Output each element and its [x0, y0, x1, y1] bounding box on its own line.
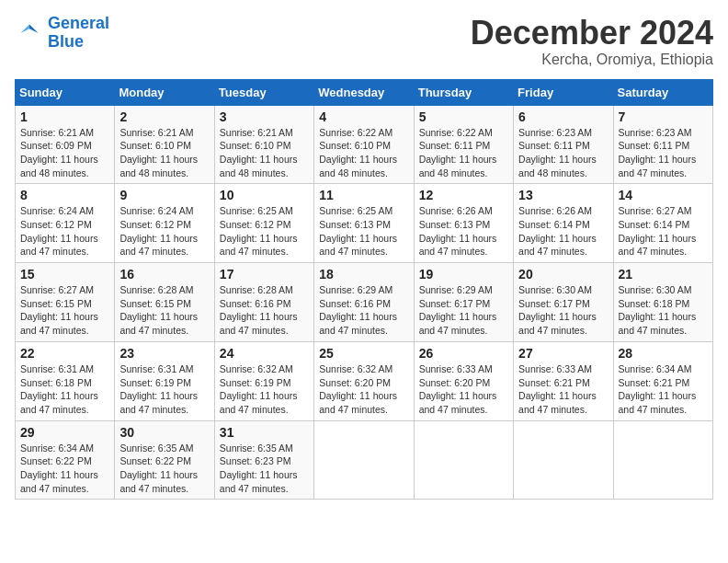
logo-text: General Blue — [48, 15, 109, 52]
day-number: 5 — [419, 109, 508, 124]
day-info: Sunrise: 6:34 AM Sunset: 6:21 PM Dayligh… — [619, 362, 708, 417]
day-cell: 29Sunrise: 6:34 AM Sunset: 6:22 PM Dayli… — [16, 420, 115, 500]
logo-blue: Blue — [48, 33, 109, 52]
day-info: Sunrise: 6:26 AM Sunset: 6:14 PM Dayligh… — [518, 204, 608, 259]
day-cell: 6Sunrise: 6:23 AM Sunset: 6:11 PM Daylig… — [514, 105, 613, 184]
day-cell: 7Sunrise: 6:23 AM Sunset: 6:11 PM Daylig… — [613, 105, 712, 184]
day-number: 22 — [20, 346, 109, 361]
day-cell: 27Sunrise: 6:33 AM Sunset: 6:21 PM Dayli… — [514, 341, 613, 420]
day-cell: 18Sunrise: 6:29 AM Sunset: 6:16 PM Dayli… — [314, 263, 414, 342]
day-cell: 3Sunrise: 6:21 AM Sunset: 6:10 PM Daylig… — [214, 105, 313, 184]
day-number: 3 — [220, 109, 309, 124]
day-number: 14 — [619, 188, 708, 202]
day-info: Sunrise: 6:28 AM Sunset: 6:16 PM Dayligh… — [220, 283, 309, 338]
day-info: Sunrise: 6:25 AM Sunset: 6:13 PM Dayligh… — [319, 204, 408, 259]
day-number: 1 — [20, 109, 109, 124]
day-cell: 2Sunrise: 6:21 AM Sunset: 6:10 PM Daylig… — [115, 105, 214, 184]
day-cell: 14Sunrise: 6:27 AM Sunset: 6:14 PM Dayli… — [613, 184, 712, 263]
day-info: Sunrise: 6:22 AM Sunset: 6:11 PM Dayligh… — [419, 126, 508, 180]
day-cell: 23Sunrise: 6:31 AM Sunset: 6:19 PM Dayli… — [115, 341, 214, 420]
day-cell: 28Sunrise: 6:34 AM Sunset: 6:21 PM Dayli… — [613, 341, 712, 420]
day-cell: 31Sunrise: 6:35 AM Sunset: 6:23 PM Dayli… — [214, 420, 313, 500]
day-info: Sunrise: 6:35 AM Sunset: 6:22 PM Dayligh… — [119, 442, 209, 496]
day-info: Sunrise: 6:35 AM Sunset: 6:23 PM Dayligh… — [220, 442, 309, 496]
header-wednesday: Wednesday — [314, 79, 414, 105]
day-info: Sunrise: 6:21 AM Sunset: 6:09 PM Dayligh… — [20, 126, 109, 180]
day-info: Sunrise: 6:31 AM Sunset: 6:19 PM Dayligh… — [119, 362, 209, 417]
day-cell: 1Sunrise: 6:21 AM Sunset: 6:09 PM Daylig… — [16, 105, 115, 184]
day-number: 23 — [119, 346, 209, 361]
day-cell — [414, 420, 513, 500]
day-cell: 24Sunrise: 6:32 AM Sunset: 6:19 PM Dayli… — [214, 341, 313, 420]
day-cell: 13Sunrise: 6:26 AM Sunset: 6:14 PM Dayli… — [514, 184, 613, 263]
day-number: 9 — [119, 188, 209, 202]
day-info: Sunrise: 6:23 AM Sunset: 6:11 PM Dayligh… — [619, 126, 708, 180]
day-cell — [514, 420, 613, 500]
day-info: Sunrise: 6:27 AM Sunset: 6:15 PM Dayligh… — [20, 283, 109, 338]
day-cell — [613, 420, 712, 500]
day-number: 30 — [119, 425, 209, 440]
day-info: Sunrise: 6:30 AM Sunset: 6:18 PM Dayligh… — [619, 283, 708, 338]
day-number: 31 — [220, 425, 309, 440]
week-row-3: 15Sunrise: 6:27 AM Sunset: 6:15 PM Dayli… — [16, 263, 713, 342]
day-number: 25 — [319, 346, 408, 361]
day-number: 26 — [419, 346, 508, 361]
day-cell: 19Sunrise: 6:29 AM Sunset: 6:17 PM Dayli… — [414, 263, 513, 342]
day-number: 20 — [518, 267, 608, 282]
day-info: Sunrise: 6:34 AM Sunset: 6:22 PM Dayligh… — [20, 442, 109, 496]
week-row-1: 1Sunrise: 6:21 AM Sunset: 6:09 PM Daylig… — [16, 105, 713, 184]
day-info: Sunrise: 6:33 AM Sunset: 6:21 PM Dayligh… — [518, 362, 608, 417]
day-number: 29 — [20, 425, 109, 440]
logo-icon — [15, 18, 44, 48]
day-number: 24 — [220, 346, 309, 361]
day-info: Sunrise: 6:29 AM Sunset: 6:16 PM Dayligh… — [319, 283, 408, 338]
day-info: Sunrise: 6:21 AM Sunset: 6:10 PM Dayligh… — [220, 126, 309, 180]
header-row: SundayMondayTuesdayWednesdayThursdayFrid… — [16, 79, 713, 105]
day-cell — [314, 420, 414, 500]
day-info: Sunrise: 6:24 AM Sunset: 6:12 PM Dayligh… — [20, 204, 109, 259]
day-number: 8 — [20, 188, 109, 202]
calendar-table: SundayMondayTuesdayWednesdayThursdayFrid… — [15, 79, 713, 500]
day-cell: 8Sunrise: 6:24 AM Sunset: 6:12 PM Daylig… — [16, 184, 115, 263]
day-cell: 4Sunrise: 6:22 AM Sunset: 6:10 PM Daylig… — [314, 105, 414, 184]
logo-general: General — [48, 14, 109, 32]
day-number: 19 — [419, 267, 508, 282]
day-info: Sunrise: 6:22 AM Sunset: 6:10 PM Dayligh… — [319, 126, 408, 180]
day-cell: 20Sunrise: 6:30 AM Sunset: 6:17 PM Dayli… — [514, 263, 613, 342]
day-number: 2 — [119, 109, 209, 124]
day-info: Sunrise: 6:21 AM Sunset: 6:10 PM Dayligh… — [119, 126, 209, 180]
title-block: December 2024 Kercha, Oromiya, Ethiopia — [471, 15, 713, 68]
day-cell: 21Sunrise: 6:30 AM Sunset: 6:18 PM Dayli… — [613, 263, 712, 342]
day-cell: 22Sunrise: 6:31 AM Sunset: 6:18 PM Dayli… — [16, 341, 115, 420]
day-number: 18 — [319, 267, 408, 282]
day-number: 17 — [220, 267, 309, 282]
day-cell: 25Sunrise: 6:32 AM Sunset: 6:20 PM Dayli… — [314, 341, 414, 420]
month-title: December 2024 — [471, 15, 713, 52]
day-cell: 5Sunrise: 6:22 AM Sunset: 6:11 PM Daylig… — [414, 105, 513, 184]
day-info: Sunrise: 6:27 AM Sunset: 6:14 PM Dayligh… — [619, 204, 708, 259]
week-row-5: 29Sunrise: 6:34 AM Sunset: 6:22 PM Dayli… — [16, 420, 713, 500]
day-number: 11 — [319, 188, 408, 202]
week-row-2: 8Sunrise: 6:24 AM Sunset: 6:12 PM Daylig… — [16, 184, 713, 263]
day-cell: 10Sunrise: 6:25 AM Sunset: 6:12 PM Dayli… — [214, 184, 313, 263]
day-info: Sunrise: 6:33 AM Sunset: 6:20 PM Dayligh… — [419, 362, 508, 417]
day-info: Sunrise: 6:32 AM Sunset: 6:19 PM Dayligh… — [220, 362, 309, 417]
day-cell: 15Sunrise: 6:27 AM Sunset: 6:15 PM Dayli… — [16, 263, 115, 342]
day-cell: 11Sunrise: 6:25 AM Sunset: 6:13 PM Dayli… — [314, 184, 414, 263]
day-cell: 9Sunrise: 6:24 AM Sunset: 6:12 PM Daylig… — [115, 184, 214, 263]
day-info: Sunrise: 6:30 AM Sunset: 6:17 PM Dayligh… — [518, 283, 608, 338]
day-cell: 30Sunrise: 6:35 AM Sunset: 6:22 PM Dayli… — [115, 420, 214, 500]
day-cell: 17Sunrise: 6:28 AM Sunset: 6:16 PM Dayli… — [214, 263, 313, 342]
day-number: 13 — [518, 188, 608, 202]
day-number: 12 — [419, 188, 508, 202]
day-number: 27 — [518, 346, 608, 361]
day-cell: 16Sunrise: 6:28 AM Sunset: 6:15 PM Dayli… — [115, 263, 214, 342]
day-number: 16 — [119, 267, 209, 282]
header-thursday: Thursday — [414, 79, 513, 105]
header-sunday: Sunday — [16, 79, 115, 105]
header-friday: Friday — [514, 79, 613, 105]
header-tuesday: Tuesday — [214, 79, 313, 105]
day-info: Sunrise: 6:28 AM Sunset: 6:15 PM Dayligh… — [119, 283, 209, 338]
day-info: Sunrise: 6:32 AM Sunset: 6:20 PM Dayligh… — [319, 362, 408, 417]
day-number: 4 — [319, 109, 408, 124]
